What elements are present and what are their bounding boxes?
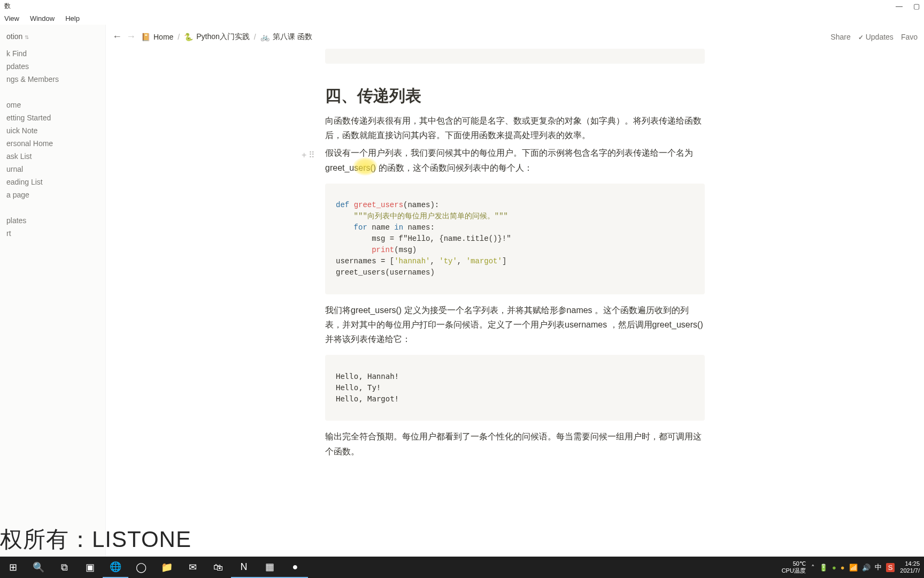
clock[interactable]: 14:25 2021/7/ <box>900 560 920 574</box>
sidebar: otion k Find pdates ngs & Members ome et… <box>0 25 106 557</box>
sidebar-import[interactable]: rt <box>0 227 105 240</box>
breadcrumb-current[interactable]: 🚲 第八课 函数 <box>260 32 312 42</box>
taskbar: ⊞ 🔍 ⧉ ▣ 🌐 ◯ 📁 ✉ 🛍 N ▦ ● 50℃ CPU温度 ˄ 🔋 ● … <box>0 557 924 578</box>
breadcrumb-label: 第八课 函数 <box>273 32 312 42</box>
ime-indicator[interactable]: 中 <box>875 562 882 572</box>
chevron-updown-icon <box>25 32 29 41</box>
tray-chevron-icon[interactable]: ˄ <box>811 564 815 572</box>
breadcrumb-label: Python入门实践 <box>196 32 250 42</box>
window-title: 数 <box>4 2 11 11</box>
explorer-icon[interactable]: 📁 <box>154 557 180 578</box>
clock-time: 14:25 <box>900 560 920 567</box>
tray-wifi-icon[interactable]: 📶 <box>849 564 858 572</box>
workspace-name: otion <box>6 32 22 41</box>
code-text: (msg) <box>394 246 417 254</box>
terminal-icon[interactable]: ▣ <box>77 557 103 578</box>
sidebar-page-personal-home[interactable]: ersonal Home <box>0 137 105 150</box>
sidebar-templates[interactable]: plates <box>0 214 105 227</box>
minimize-button[interactable]: — <box>896 2 903 10</box>
share-button[interactable]: Share <box>830 33 850 41</box>
code-docstring: """向列表中的每位用户发出简单的问候。""" <box>354 212 508 220</box>
snake-icon: 🐍 <box>184 33 193 41</box>
favorite-button[interactable]: Favo <box>901 33 918 41</box>
code-block-greet-users[interactable]: def greet_users(names): """向列表中的每位用户发出简单… <box>325 184 705 294</box>
code-keyword: def <box>336 201 349 209</box>
breadcrumb-home[interactable]: 📔 Home <box>141 33 173 41</box>
nav-forward-button[interactable]: → <box>126 31 136 42</box>
breadcrumb-separator: / <box>254 33 256 41</box>
sidebar-page-home[interactable]: ome <box>0 98 105 111</box>
code-string: 'hannah' <box>394 257 430 265</box>
menu-help[interactable]: Help <box>65 14 80 22</box>
system-tray: ˄ 🔋 ● ● 📶 🔊 中 S <box>811 562 895 572</box>
code-text: , <box>430 257 439 265</box>
code-text: msg = f"Hello, {name.title()}!" <box>336 234 511 243</box>
sidebar-page-quick-note[interactable]: uick Note <box>0 124 105 137</box>
output-block[interactable]: Hello, Hannah! Hello, Ty! Hello, Margot! <box>325 355 705 421</box>
tray-battery-icon[interactable]: 🔋 <box>819 564 828 572</box>
task-view-button[interactable]: ⧉ <box>51 557 77 578</box>
code-text: (names): <box>403 201 439 209</box>
paragraph-3[interactable]: 我们将greet_users() 定义为接受一个名字列表，并将其赋给形参name… <box>325 303 705 347</box>
temperature-value: 50℃ <box>782 560 806 567</box>
store-icon[interactable]: 🛍 <box>205 557 231 578</box>
sidebar-settings[interactable]: ngs & Members <box>0 73 105 86</box>
nav-back-button[interactable]: ← <box>112 31 122 42</box>
tray-volume-icon[interactable]: 🔊 <box>862 564 871 572</box>
code-builtin: print <box>372 246 394 254</box>
sidebar-quick-find[interactable]: k Find <box>0 47 105 60</box>
pycharm-icon[interactable]: ▦ <box>257 557 282 578</box>
paragraph-2-text: 假设有一个用户列表，我们要问候其中的每位用户。下面的示例将包含名字的列表传递给一… <box>325 148 693 172</box>
code-text: ] <box>502 257 506 265</box>
temperature-label: CPU温度 <box>782 567 806 574</box>
edge-icon[interactable]: 🌐 <box>103 557 128 578</box>
code-text: names: <box>403 223 435 232</box>
code-function-name: greet_users <box>354 201 403 209</box>
drag-handle-icon[interactable] <box>309 148 314 162</box>
code-text: greet_users(usernames) <box>336 268 435 277</box>
search-button[interactable]: 🔍 <box>26 557 51 578</box>
maximize-button[interactable]: ▢ <box>913 2 920 10</box>
updates-label: Updates <box>866 33 894 41</box>
workspace-switcher[interactable]: otion <box>0 29 105 44</box>
paragraph-1[interactable]: 向函数传递列表很有用，其中包含的可能是名字、数或更复杂的对象（如字典）。将列表传… <box>325 113 705 142</box>
paragraph-2[interactable]: 假设有一个用户列表，我们要问候其中的每位用户。下面的示例将包含名字的列表传递给一… <box>325 146 705 174</box>
chrome-icon[interactable]: ◯ <box>128 557 154 578</box>
record-icon[interactable]: ● <box>282 557 308 578</box>
notion-icon[interactable]: N <box>231 557 257 578</box>
menu-bar: View Window Help <box>0 12 924 25</box>
page-content: 四、传递列表 向函数传递列表很有用，其中包含的可能是名字、数或更复杂的对象（如字… <box>325 49 705 557</box>
ime-mode[interactable]: S <box>886 563 895 572</box>
temperature-widget[interactable]: 50℃ CPU温度 <box>782 560 806 574</box>
topbar: ← → 📔 Home / 🐍 Python入门实践 / 🚲 <box>106 25 924 49</box>
updates-button[interactable]: Updates <box>858 33 894 41</box>
sidebar-page-getting-started[interactable]: etting Started <box>0 111 105 124</box>
bike-icon: 🚲 <box>260 33 270 41</box>
sidebar-page-journal[interactable]: urnal <box>0 163 105 176</box>
sidebar-page-task-list[interactable]: ask List <box>0 150 105 163</box>
sidebar-updates[interactable]: pdates <box>0 60 105 73</box>
code-keyword: for <box>354 223 367 232</box>
paragraph-4[interactable]: 输出完全符合预期。每位用户都看到了一条个性化的问候语。每当需要问候一组用户时，都… <box>325 429 705 458</box>
breadcrumb-label: Home <box>153 33 173 41</box>
add-block-icon[interactable] <box>302 148 306 162</box>
main-area: ← → 📔 Home / 🐍 Python入门实践 / 🚲 <box>106 25 924 557</box>
menu-view[interactable]: View <box>4 14 19 22</box>
window-title-bar: 数 — ▢ <box>0 0 924 12</box>
check-icon <box>858 33 864 41</box>
code-string: 'ty' <box>439 257 457 265</box>
sidebar-add-page[interactable]: a page <box>0 188 105 201</box>
tray-app-icon[interactable]: ● <box>832 564 836 572</box>
tray-app-icon[interactable]: ● <box>841 564 845 572</box>
breadcrumb-python[interactable]: 🐍 Python入门实践 <box>184 32 250 42</box>
mail-icon[interactable]: ✉ <box>180 557 205 578</box>
breadcrumb-separator: / <box>178 33 180 41</box>
section-heading[interactable]: 四、传递列表 <box>325 85 705 107</box>
start-button[interactable]: ⊞ <box>0 557 26 578</box>
sidebar-page-reading-list[interactable]: eading List <box>0 176 105 188</box>
code-text: , <box>457 257 466 265</box>
breadcrumb: 📔 Home / 🐍 Python入门实践 / 🚲 第八课 函数 <box>141 32 312 42</box>
menu-window[interactable]: Window <box>30 14 55 22</box>
previous-code-block-tail <box>325 49 705 64</box>
content-scroll[interactable]: 四、传递列表 向函数传递列表很有用，其中包含的可能是名字、数或更复杂的对象（如字… <box>106 49 924 557</box>
